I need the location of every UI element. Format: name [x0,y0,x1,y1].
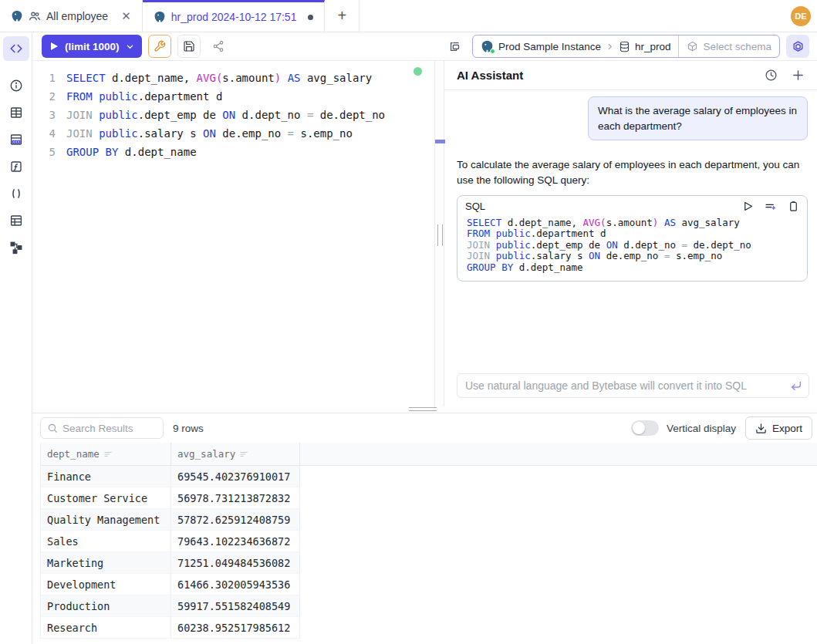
table-cell[interactable]: 61466.302005943536 [171,574,300,595]
code-line: 4JOIN public.salary s ON de.emp_no = s.e… [32,124,434,143]
export-label: Export [772,423,802,434]
database-icon [619,41,630,52]
tab-bar: All employee ✕ hr_prod 2024-10-12 17:51 … [0,0,817,32]
vertical-display-toggle[interactable] [631,420,659,436]
table-row[interactable]: Production59917.551582408549 [40,595,817,617]
code-language-label: SQL [465,201,485,212]
chevron-down-icon[interactable] [126,42,134,51]
table-header-row: dept_nameavg_salary [40,443,817,466]
table-row[interactable]: Quality Management57872.625912408759 [40,509,817,531]
column-label: avg_salary [177,448,235,460]
download-icon [755,423,767,434]
left-rail [0,32,32,644]
share-button[interactable] [207,35,230,58]
enter-icon[interactable] [790,379,802,392]
database-name: hr_prod [635,41,671,52]
status-dot-green [490,49,495,54]
new-chat-icon[interactable] [792,69,805,82]
table-cell[interactable]: Quality Management [41,509,171,531]
sql-editor[interactable]: 1SELECT d.dept_name, AVG(s.amount) AS av… [32,61,434,406]
table-cell[interactable]: Production [41,595,171,617]
close-icon[interactable]: ✕ [121,10,131,22]
avatar[interactable]: DE [791,6,811,26]
results-toolbar: 9 rows Vertical display Export [32,413,817,443]
connection-picker: Prod Sample Instance hr_prod Select sche… [472,35,780,58]
play-icon [49,42,59,51]
table-grid-icon[interactable] [3,99,29,126]
resize-handle[interactable] [437,224,443,246]
sort-icon[interactable] [239,450,248,459]
table-body: Finance69545.402376910017Customer Servic… [40,466,817,639]
table-row[interactable]: Customer Service56978.731213872832 [40,487,817,509]
table-row[interactable]: Research60238.952517985612 [40,617,817,639]
tab-hr-prod[interactable]: hr_prod 2024-10-12 17:51 [143,0,326,32]
resize-handle[interactable] [409,407,437,411]
sort-icon[interactable] [103,450,113,459]
search-results-input[interactable] [62,423,147,434]
ai-prompt-input[interactable] [465,379,790,392]
editor-toolbar: (limit 1000) [32,32,817,61]
cube-icon [687,41,698,52]
postgresql-icon [154,11,166,23]
table-cell[interactable]: 71251.049484536082 [171,552,300,574]
table-cell[interactable]: Development [41,574,171,595]
horizontal-resize-gutter[interactable] [32,406,817,413]
table-cell[interactable]: Marketing [41,552,171,574]
results-panel: 9 rows Vertical display Export dept_name… [32,413,817,644]
info-icon[interactable] [3,72,29,99]
unsaved-dot [308,15,313,20]
code-line: 5GROUP BY d.dept_name [32,143,434,161]
wrench-icon [154,40,166,52]
ai-assistant-toggle[interactable] [786,35,809,58]
schema-selector[interactable]: Select schema [678,35,779,57]
instance-database-selector[interactable]: Prod Sample Instance hr_prod [473,35,678,57]
column-header-avg_salary[interactable]: avg_salary [171,443,300,465]
ai-assistant-title: AI Assistant [457,69,523,82]
copy-icon[interactable] [788,201,799,212]
layout-icon [448,40,461,53]
new-tab-button[interactable]: + [325,0,360,32]
sheet-icon[interactable] [3,207,29,234]
save-button[interactable] [177,35,201,58]
tabbar-spacer [360,0,791,32]
history-icon[interactable] [765,69,778,82]
table-row[interactable]: Sales79643.102234636872 [40,531,817,552]
er-diagram-icon[interactable] [3,234,29,261]
table-cell[interactable]: Sales [41,531,171,552]
ai-assistant-panel: AI Assistant What is the average salary … [444,61,817,406]
table-cell[interactable]: 56978.731213872832 [171,487,300,509]
vertical-resize-gutter[interactable] [434,61,444,406]
code-line: SELECT d.dept_name, AVG(s.amount) AS avg… [467,217,799,229]
function-icon[interactable] [3,153,29,180]
table-cell[interactable]: 69545.402376910017 [171,466,300,487]
table-row[interactable]: Marketing71251.049484536082 [40,552,817,574]
table-cell[interactable]: 59917.551582408549 [171,595,300,617]
table-cell[interactable]: Customer Service [41,487,171,509]
parentheses-icon[interactable] [3,180,29,207]
tab-label: hr_prod 2024-10-12 17:51 [171,11,297,23]
format-icon[interactable] [765,201,777,213]
tab-all-employee[interactable]: All employee ✕ [0,0,143,32]
table-row[interactable]: Development61466.302005943536 [40,574,817,595]
ai-code-block: SQL SELECT d.dept_name, AVG(s.amount) AS… [457,195,808,282]
table-cell[interactable]: Research [41,617,171,639]
column-header-dept_name[interactable]: dept_name [41,443,171,465]
code-icon[interactable] [3,36,29,61]
table-cell[interactable]: 79643.102234636872 [171,531,300,552]
table-cell[interactable]: Finance [41,466,171,487]
run-icon[interactable] [742,201,754,212]
table-cell[interactable]: 57872.625912408759 [171,509,300,531]
table-cell[interactable]: 60238.952517985612 [171,617,300,639]
export-button[interactable]: Export [745,416,812,440]
run-query-label: (limit 1000) [65,41,120,52]
people-icon [29,10,41,22]
layout-button[interactable] [443,35,466,58]
run-query-button[interactable]: (limit 1000) [42,35,142,58]
schema-diagram-icon[interactable] [3,126,29,153]
wrench-button[interactable] [148,35,171,58]
schema-placeholder: Select schema [703,41,771,52]
table-row[interactable]: Finance69545.402376910017 [40,466,817,487]
ai-code-lines: SELECT d.dept_name, AVG(s.amount) AS avg… [457,214,807,282]
column-label: dept_name [47,448,100,460]
code-line: 2FROM public.department d [32,87,434,106]
